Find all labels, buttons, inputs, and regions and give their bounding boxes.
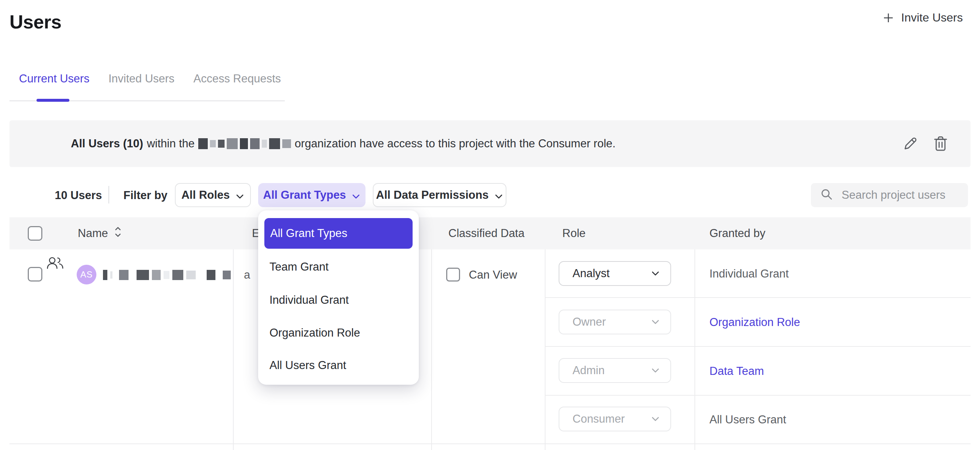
chevron-down-icon: [235, 189, 244, 203]
role-select-admin[interactable]: Admin: [558, 358, 671, 383]
granted-by-all-users-grant: All Users Grant: [710, 413, 786, 426]
user-count-label: 10 Users: [55, 189, 102, 202]
users-group-icon: [46, 256, 64, 272]
avatar: AS: [77, 265, 96, 284]
tab-invited-users[interactable]: Invited Users: [108, 72, 175, 86]
filter-all-data-permissions-label: All Data Permissions: [376, 189, 488, 202]
row-bottom-divider: [10, 444, 970, 444]
delete-trash-icon[interactable]: [933, 136, 948, 152]
email-cell-partial: a: [244, 268, 250, 282]
filter-all-data-permissions[interactable]: All Data Permissions: [373, 183, 506, 207]
role-select-owner[interactable]: Owner: [558, 310, 671, 334]
banner-text-after: organization have access to this project…: [295, 137, 616, 150]
edit-pencil-icon[interactable]: [903, 136, 918, 151]
page-title: Users: [10, 11, 61, 33]
tab-bar: Current Users Invited Users Access Reque…: [19, 72, 281, 86]
menu-item-organization-role[interactable]: Organization Role: [269, 326, 360, 339]
filter-all-grant-types[interactable]: All Grant Types: [258, 183, 366, 207]
banner-text: All Users (10) within the organization h…: [71, 120, 619, 167]
granted-by-individual-grant: Individual Grant: [710, 267, 789, 280]
role-select-consumer[interactable]: Consumer: [558, 407, 671, 431]
granted-by-organization-role-link[interactable]: Organization Role: [710, 316, 800, 329]
redacted-org-name: [198, 138, 291, 149]
subrow-divider: [546, 297, 970, 298]
subrow-divider: [546, 395, 970, 396]
column-divider: [694, 249, 695, 450]
menu-item-all-grant-types[interactable]: All Grant Types: [264, 218, 413, 249]
can-view-checkbox[interactable]: [446, 268, 460, 282]
banner-text-before: within the: [147, 137, 195, 150]
table-header: Name E Classified Data Role Granted by: [10, 217, 970, 249]
sort-icon[interactable]: [114, 225, 122, 241]
column-divider: [431, 249, 432, 450]
filter-all-roles[interactable]: All Roles: [175, 183, 251, 207]
select-all-checkbox[interactable]: [28, 226, 42, 241]
plus-icon: [883, 13, 894, 23]
column-header-granted-by: Granted by: [710, 217, 765, 249]
search-icon: [821, 188, 833, 202]
column-header-classified-data: Classified Data: [449, 217, 524, 249]
search-project-users[interactable]: [811, 183, 968, 207]
banner-actions: [903, 120, 948, 167]
menu-item-all-users-grant[interactable]: All Users Grant: [269, 359, 346, 372]
column-header-role: Role: [562, 217, 585, 249]
tab-current-users[interactable]: Current Users: [19, 72, 89, 86]
tab-access-requests[interactable]: Access Requests: [194, 72, 281, 86]
role-select-analyst[interactable]: Analyst: [558, 261, 671, 286]
search-input[interactable]: [841, 188, 963, 202]
filter-divider: [108, 186, 109, 203]
filter-all-grant-types-label: All Grant Types: [263, 189, 346, 202]
users-page: Users Invite Users Current Users Invited…: [0, 0, 980, 450]
banner-bold-text: All Users (10): [71, 137, 143, 150]
menu-item-individual-grant[interactable]: Individual Grant: [269, 293, 349, 307]
filter-by-label: Filter by: [123, 189, 168, 202]
granted-by-data-team-link[interactable]: Data Team: [710, 364, 764, 378]
active-tab-underline: [37, 99, 69, 102]
subrow-divider: [546, 346, 970, 347]
filter-all-roles-label: All Roles: [181, 189, 230, 202]
invite-users-label: Invite Users: [901, 11, 963, 24]
column-divider: [545, 249, 546, 450]
grant-type-dropdown-menu: All Grant Types Team Grant Individual Gr…: [258, 211, 419, 385]
row-checkbox[interactable]: [28, 267, 42, 282]
chevron-down-icon: [495, 189, 503, 203]
invite-users-button[interactable]: Invite Users: [883, 11, 963, 24]
column-header-name: Name: [78, 217, 122, 249]
chevron-down-icon: [352, 189, 360, 203]
all-users-banner: All Users (10) within the organization h…: [10, 120, 970, 167]
can-view-label: Can View: [469, 268, 517, 282]
column-divider: [233, 249, 234, 450]
menu-item-team-grant[interactable]: Team Grant: [269, 260, 329, 274]
redacted-user-name: [103, 270, 231, 280]
